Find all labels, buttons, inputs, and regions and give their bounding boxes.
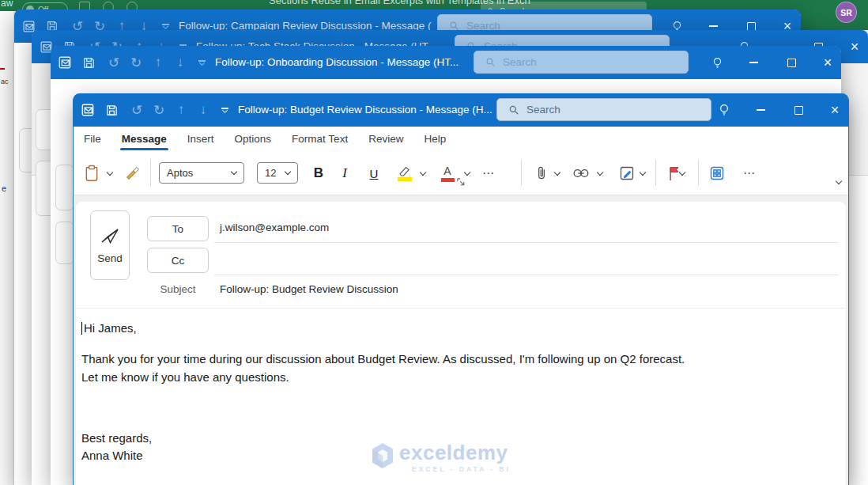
chevron-down-icon [285,169,291,175]
to-field[interactable] [214,242,839,243]
excel-tab-fragment: aw [1,0,13,9]
text-cursor [81,322,82,335]
undo-icon[interactable]: ↺ [126,93,148,127]
highlight-dropdown[interactable] [417,160,429,187]
search-placeholder: Search [503,56,537,68]
menu-file[interactable]: File [74,127,111,152]
font-name-select[interactable]: Aptos [159,162,244,184]
send-plane-icon [100,226,120,245]
apps-grid-icon [709,165,725,181]
window-budget-review: ↺ ↻ ↑ ↓ Follow-up: Budget Review Discuss… [73,93,849,485]
down-arrow-icon[interactable]: ↓ [192,93,214,127]
customize-toolbar-icon[interactable] [216,93,233,127]
menu-message[interactable]: Message [111,127,177,152]
to-field-value[interactable]: j.wilson@example.com [220,222,329,233]
outlook-message-icon [77,93,99,127]
button-fragment [55,165,74,210]
search-icon [485,57,496,67]
up-arrow-icon[interactable]: ↑ [147,46,169,79]
search-icon [508,104,519,116]
dialog-launcher-icon[interactable] [455,176,467,188]
collapse-ribbon-icon[interactable] [829,174,848,190]
clipboard-icon [84,165,100,182]
font-name-value: Aptos [167,167,193,179]
menu-help[interactable]: Help [413,127,456,152]
excel-sheet-edge: ac e [0,11,14,485]
minimize-button[interactable] [749,93,772,127]
more-commands-button[interactable]: ⋯ [738,160,761,187]
flag-dropdown[interactable] [676,160,689,187]
sheet-mark [0,68,5,70]
exceldemy-logo-icon [371,442,394,469]
maximize-button[interactable] [787,93,810,127]
excel-titlebar-right: SR [792,0,868,30]
paste-button[interactable] [80,160,104,187]
font-color-swatch [441,178,455,182]
email-body-paragraph[interactable]: Thank you for your time during our discu… [81,350,685,386]
cc-field[interactable] [214,275,839,275]
customize-toolbar-icon[interactable] [193,46,210,79]
ribbon-toolbar: Aptos 12 B I U A [74,152,848,195]
desktop: aw Off Sections Reuse in Email Excerpts … [0,0,868,485]
search-placeholder: Search [526,104,560,116]
subject-field-value[interactable]: Follow-up: Budget Review Discussion [220,283,398,295]
minimize-button[interactable] [742,46,765,79]
down-arrow-icon[interactable]: ↓ [169,46,191,79]
link-button[interactable] [568,160,594,187]
highlight-color-button[interactable] [393,160,417,187]
menu-options[interactable]: Options [225,127,282,152]
attach-dropdown[interactable] [551,160,564,187]
bold-button[interactable]: B [308,160,330,187]
italic-button[interactable]: I [334,160,355,187]
menu-format-text[interactable]: Format Text [281,127,358,152]
compose-area: Send To Cc j.wilson@example.com Subject … [76,202,846,485]
search-input[interactable]: Search [496,98,711,121]
font-size-select[interactable]: 12 [257,162,298,184]
avatar[interactable]: SR [836,2,857,23]
menu-insert[interactable]: Insert [177,127,225,152]
save-icon[interactable] [100,93,123,127]
button-fragment [55,222,74,264]
lightbulb-icon[interactable] [705,46,729,79]
attach-file-button[interactable] [530,160,553,187]
up-arrow-icon[interactable]: ↑ [170,93,192,127]
paperclip-icon [535,165,548,181]
titlebar: ↺ ↻ ↑ ↓ Follow-up: Budget Review Discuss… [74,93,848,127]
sheet-text-fragment: ac [1,78,9,85]
chevron-down-icon [231,169,237,175]
close-button[interactable]: × [843,30,866,63]
more-formatting-button[interactable]: ⋯ [477,160,500,187]
window-title: Follow-up: Budget Review Discussion - Me… [238,93,492,127]
format-painter-icon [125,165,141,181]
highlight-color-swatch [398,177,412,181]
link-dropdown[interactable] [594,160,606,187]
redo-icon[interactable]: ↻ [125,46,147,79]
lightbulb-icon[interactable] [712,93,736,127]
send-button[interactable]: Send [90,210,130,280]
close-button[interactable]: × [823,93,847,127]
divider [150,160,151,186]
to-button[interactable]: To [147,216,209,241]
divider [521,160,522,186]
subject-label: Subject [147,283,209,295]
signature-dropdown[interactable] [636,160,649,187]
outlook-message-icon [54,46,76,79]
divider [698,160,699,186]
email-body-signature[interactable]: Best regards,Anna White [81,430,152,464]
menu-review[interactable]: Review [358,127,413,152]
divider [655,160,656,186]
cc-button[interactable]: Cc [147,248,209,273]
maximize-button[interactable] [779,46,803,79]
watermark-brand: exceldemy [399,442,511,463]
underline-button[interactable]: U [363,160,385,187]
save-icon[interactable] [77,46,100,79]
divider [76,308,846,309]
undo-icon[interactable]: ↺ [103,46,125,79]
format-painter-button[interactable] [121,160,145,187]
search-input[interactable]: Search [474,51,689,74]
email-body-greeting[interactable]: Hi James, [81,321,137,335]
redo-icon[interactable]: ↻ [148,93,170,127]
apps-button[interactable] [704,160,730,187]
paste-dropdown[interactable] [104,160,116,187]
close-button[interactable]: × [816,46,840,79]
